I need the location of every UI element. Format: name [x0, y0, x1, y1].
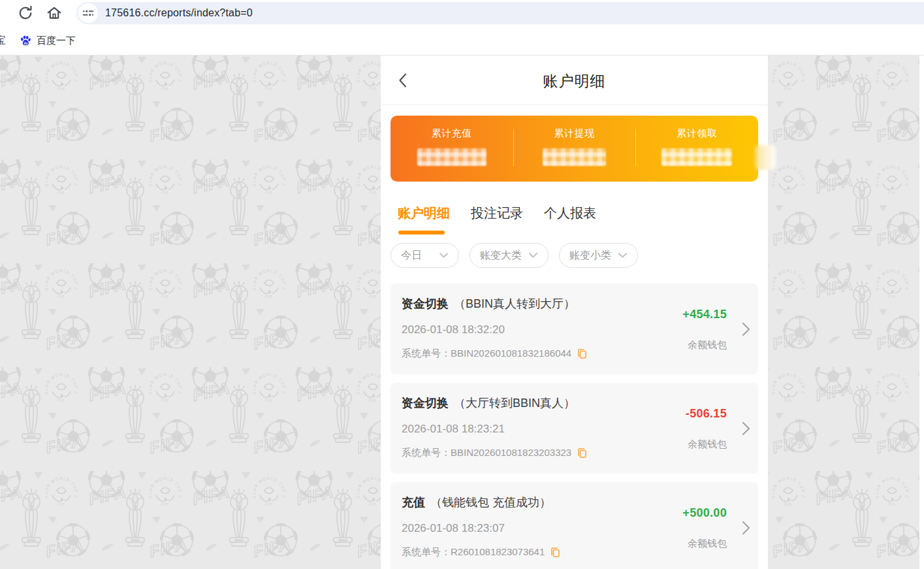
url-text[interactable]: 175616.cc/reports/index?tab=0: [105, 7, 253, 19]
address-bar[interactable]: 175616.cc/reports/index?tab=0: [76, 2, 924, 24]
reload-icon[interactable]: [17, 5, 34, 22]
filter-minor-type-dropdown[interactable]: 账变小类: [559, 243, 638, 268]
summary-col-withdraw: 累计提现: [513, 127, 636, 182]
summary-col-claim: 累计领取: [635, 127, 758, 182]
account-detail-panel: 账户明细 累计充值 累计提现 累计领取 账户明细 投注记录 个人报表 今日: [381, 56, 768, 569]
summary-card: 累计充值 累计提现 累计领取: [390, 116, 758, 182]
record-detail: （BBIN真人转到大厅）: [454, 297, 575, 310]
chevron-down-icon: [529, 253, 537, 258]
bookmark-baidu[interactable]: du 百度一下: [20, 35, 76, 47]
record-type: 资金切换: [402, 297, 449, 310]
summary-label: 累计领取: [635, 127, 758, 140]
masked-value: [417, 148, 486, 166]
copy-icon[interactable]: [550, 547, 560, 558]
page-content: CLUB WORLD CUP 25 F25 FIFA: [0, 56, 924, 569]
record-list: 资金切换（BBIN真人转到大厅） 2026-01-08 18:32:20 系统单…: [390, 284, 758, 569]
record-amount: -506.15: [686, 406, 727, 420]
record-datetime: 2026-01-08 18:23:07: [402, 521, 660, 536]
record-wallet: 余额钱包: [682, 338, 727, 351]
record-amount-block: -506.15 余额钱包: [686, 406, 727, 450]
copy-icon[interactable]: [577, 348, 587, 359]
masked-value: [543, 148, 606, 166]
baidu-favicon: du: [20, 35, 31, 46]
record-wallet: 余额钱包: [686, 438, 727, 450]
record-datetime: 2026-01-08 18:32:20: [402, 322, 660, 338]
record-amount-block: +500.00 余额钱包: [682, 506, 727, 549]
svg-text:du: du: [24, 42, 27, 45]
tab-account-detail[interactable]: 账户明细: [398, 204, 450, 235]
order-label: 系统单号：: [402, 545, 451, 559]
page-title: 账户明细: [381, 71, 768, 91]
record-title: 资金切换（BBIN真人转到大厅）: [402, 296, 660, 312]
record-type: 充值: [402, 496, 425, 509]
transaction-card[interactable]: 资金切换（BBIN真人转到大厅） 2026-01-08 18:32:20 系统单…: [390, 284, 758, 374]
order-number: R2601081823073641: [451, 545, 545, 559]
chevron-down-icon: [618, 253, 627, 258]
order-label: 系统单号：: [402, 347, 451, 360]
record-order-line: 系统单号：BBIN202601081832186044: [402, 347, 660, 360]
record-order-line: 系统单号：BBIN202601081823203323: [402, 446, 660, 459]
order-number: BBIN202601081823203323: [451, 446, 571, 459]
censor-blob: [755, 145, 776, 170]
bookmarks-bar: 宝 du 百度一下: [0, 26, 924, 56]
record-detail: （钱能钱包 充值成功）: [430, 496, 551, 509]
record-title: 资金切换（大厅转到BBIN真人）: [402, 395, 660, 412]
record-amount-block: +454.15 余额钱包: [682, 307, 727, 351]
order-label: 系统单号：: [402, 446, 451, 459]
record-type: 资金切换: [402, 397, 449, 410]
copy-icon[interactable]: [577, 447, 587, 459]
chevron-down-icon: [439, 253, 448, 258]
tab-personal-report[interactable]: 个人报表: [544, 204, 596, 235]
chevron-right-icon[interactable]: [741, 520, 751, 536]
record-detail: （大厅转到BBIN真人）: [454, 397, 575, 410]
transaction-card[interactable]: 资金切换（大厅转到BBIN真人） 2026-01-08 18:23:21 系统单…: [390, 383, 758, 474]
record-order-line: 系统单号：R2601081823073641: [402, 545, 660, 559]
clipped-bookmark-icon[interactable]: 宝: [0, 34, 7, 48]
filter-label: 今日: [401, 249, 422, 263]
record-title: 充值（钱能钱包 充值成功）: [402, 495, 660, 511]
browser-scrollbar[interactable]: [919, 56, 924, 569]
summary-label: 累计提现: [513, 127, 636, 140]
panel-header: 账户明细: [381, 56, 768, 105]
order-number: BBIN202601081832186044: [451, 347, 571, 360]
record-datetime: 2026-01-08 18:23:21: [402, 421, 660, 437]
tab-bar: 账户明细 投注记录 个人报表: [398, 204, 768, 235]
masked-value: [661, 148, 732, 166]
home-icon[interactable]: [46, 5, 63, 22]
filter-bar: 今日 账变大类 账变小类: [390, 243, 768, 268]
bookmark-label: 百度一下: [37, 35, 76, 47]
browser-toolbar: 175616.cc/reports/index?tab=0: [0, 0, 924, 26]
site-info-icon[interactable]: [78, 3, 98, 23]
transaction-card[interactable]: 充值（钱能钱包 充值成功） 2026-01-08 18:23:07 系统单号：R…: [390, 482, 758, 569]
filter-label: 账变大类: [480, 249, 522, 263]
filter-label: 账变小类: [569, 249, 611, 263]
record-wallet: 余额钱包: [682, 537, 727, 549]
tab-bet-records[interactable]: 投注记录: [471, 204, 523, 235]
summary-col-deposit: 累计充值: [390, 127, 513, 182]
chevron-right-icon[interactable]: [741, 421, 751, 436]
summary-label: 累计充值: [390, 127, 513, 140]
filter-date-dropdown[interactable]: 今日: [390, 243, 459, 268]
filter-major-type-dropdown[interactable]: 账变大类: [470, 243, 549, 268]
record-amount: +454.15: [682, 307, 727, 321]
record-amount: +500.00: [682, 506, 727, 519]
chevron-right-icon[interactable]: [741, 321, 751, 337]
